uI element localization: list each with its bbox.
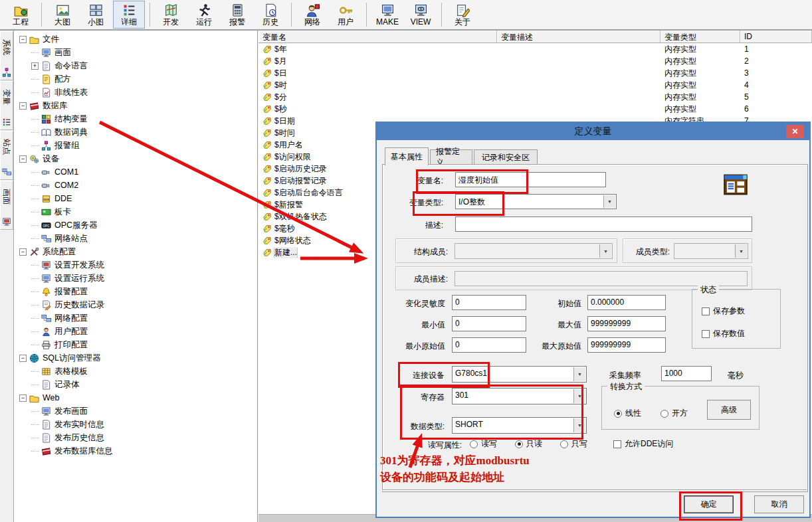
linear-radio[interactable]: 线性 bbox=[614, 408, 641, 419]
cancel-button[interactable]: 取消 bbox=[754, 495, 804, 513]
tree-item-board[interactable]: 板卡 bbox=[14, 205, 257, 218]
tree-item-database[interactable]: −数据库 bbox=[14, 99, 257, 112]
tree-item-print-config[interactable]: 打印配置 bbox=[14, 338, 257, 351]
save-params-checkbox[interactable]: 保存参数 bbox=[702, 305, 745, 317]
collapse-icon[interactable]: − bbox=[19, 102, 27, 110]
tree-item-alarm-group[interactable]: 报警组 bbox=[14, 139, 257, 152]
rw-readwrite-radio[interactable]: 读写 bbox=[470, 438, 497, 450]
tree-item-opc-server[interactable]: OPCOPC服务器 bbox=[14, 218, 257, 232]
toolbar-button-run[interactable]: 运行 bbox=[188, 1, 220, 29]
tree-item-sql-manager[interactable]: −SQL访问管理器 bbox=[14, 351, 257, 365]
toolbar-button-project[interactable]: 工程 bbox=[5, 1, 37, 29]
save-values-checkbox[interactable]: 保存数值 bbox=[702, 328, 745, 339]
rw-writeonly-radio[interactable]: 只写 bbox=[560, 438, 587, 450]
table-row[interactable]: $年内存实型1 bbox=[258, 43, 812, 55]
table-row[interactable]: $秒内存实型6 bbox=[258, 103, 812, 115]
tree-item-dev-system-setting[interactable]: 设置开发系统 bbox=[14, 258, 257, 272]
table-row[interactable]: $分内存实型5 bbox=[258, 91, 812, 103]
toolbar-button-alarm[interactable]: 报警 bbox=[221, 1, 253, 29]
collapse-icon[interactable]: − bbox=[19, 355, 27, 362]
column-header-id[interactable]: ID bbox=[740, 31, 812, 43]
tab-alarm-definition[interactable]: 报警定义 bbox=[430, 149, 472, 165]
tree-item-run-system-setting[interactable]: 设置运行系统 bbox=[14, 272, 257, 285]
min-raw-input[interactable]: 0 bbox=[452, 337, 526, 353]
workspace-tab-variable[interactable]: 变量 bbox=[0, 81, 13, 130]
tree-item-publish-screen[interactable]: 发布画面 bbox=[14, 404, 257, 418]
toolbar-button-view[interactable]: VIEW bbox=[405, 1, 437, 29]
rw-readonly-radio[interactable]: 只读 bbox=[515, 438, 542, 450]
toolbar-button-small-icons[interactable]: 小图 bbox=[80, 1, 112, 29]
sqrt-radio[interactable]: 开方 bbox=[660, 408, 688, 419]
chevron-down-icon[interactable]: ▼ bbox=[573, 418, 585, 432]
min-value-input[interactable]: 0 bbox=[452, 316, 526, 331]
tab-basic-properties[interactable]: 基本属性 bbox=[385, 147, 429, 165]
collapse-icon[interactable]: − bbox=[19, 394, 27, 402]
tree-item-files[interactable]: −文件 bbox=[14, 33, 257, 46]
sensitivity-input[interactable]: 0 bbox=[452, 295, 526, 310]
workspace-tab-station[interactable]: 站点 bbox=[0, 131, 13, 180]
variable-browse-icon[interactable] bbox=[721, 172, 750, 199]
ok-button[interactable]: 确定 bbox=[684, 495, 734, 513]
tree-item-publish-database[interactable]: 发布数据库信息 bbox=[14, 444, 257, 458]
table-row[interactable]: $日内存实型3 bbox=[258, 67, 812, 79]
column-header-type[interactable]: 变量类型 bbox=[660, 31, 740, 43]
max-value-input[interactable]: 999999999 bbox=[587, 316, 666, 331]
tree-item-publish-realtime[interactable]: 发布实时信息 bbox=[14, 418, 257, 431]
tree-item-user-config[interactable]: 用户配置 bbox=[14, 325, 257, 338]
tree-item-alarm-config[interactable]: 报警配置 bbox=[14, 285, 257, 298]
max-raw-input[interactable]: 999999999 bbox=[587, 337, 666, 353]
workspace-tab-screen[interactable]: 画面 bbox=[0, 181, 13, 230]
tree-item-devices[interactable]: −设备 bbox=[14, 152, 257, 165]
register-select[interactable]: 301▼ bbox=[452, 388, 587, 404]
advanced-button[interactable]: 高级 bbox=[707, 400, 751, 420]
toolbar-button-large-icons[interactable]: 大图 bbox=[47, 1, 78, 29]
device-select[interactable]: G780cs1▼ bbox=[452, 366, 587, 383]
tree-item-recipe[interactable]: 配方 bbox=[14, 72, 257, 86]
column-header-name[interactable]: 变量名 bbox=[258, 31, 497, 43]
tree-item-com2[interactable]: COM2 bbox=[14, 179, 257, 192]
toolbar-button-make[interactable]: MAKE bbox=[371, 1, 403, 29]
tree-item-nonlinear-table[interactable]: 非线性表 bbox=[14, 86, 257, 99]
tree-item-publish-history[interactable]: 发布历史信息 bbox=[14, 431, 257, 444]
var-type-select[interactable]: I/O整数▼ bbox=[455, 194, 617, 209]
table-row[interactable]: $时内存实型4 bbox=[258, 79, 812, 91]
initial-value-input[interactable]: 0.000000 bbox=[587, 295, 666, 310]
tree-item-history-record[interactable]: 历史数据记录 bbox=[14, 298, 257, 311]
tree-item-record-body[interactable]: 记录体 bbox=[14, 378, 257, 391]
tree-item-network-station[interactable]: 网络站点 bbox=[14, 232, 257, 245]
variable-tab-icon bbox=[2, 107, 11, 127]
collapse-icon[interactable]: − bbox=[19, 36, 27, 43]
toolbar-button-network[interactable]: 网络 bbox=[296, 1, 328, 29]
chevron-down-icon[interactable]: ▼ bbox=[573, 367, 585, 381]
var-name-input[interactable]: 湿度初始值 bbox=[455, 172, 606, 187]
collapse-icon[interactable]: − bbox=[19, 155, 27, 163]
column-header-description[interactable]: 变量描述 bbox=[497, 31, 660, 43]
allow-dde-checkbox[interactable]: 允许DDE访问 bbox=[613, 438, 673, 450]
chevron-down-icon[interactable]: ▼ bbox=[603, 195, 615, 208]
toolbar-button-about[interactable]: 关于 bbox=[447, 1, 478, 29]
freq-input[interactable]: 1000 bbox=[661, 366, 712, 381]
description-input[interactable] bbox=[455, 217, 752, 232]
tree-item-table-template[interactable]: 表格模板 bbox=[14, 365, 257, 378]
toolbar-button-details[interactable]: 详细 bbox=[113, 1, 145, 29]
datatype-select[interactable]: SHORT▼ bbox=[452, 417, 587, 434]
tab-record-security[interactable]: 记录和安全区 bbox=[474, 149, 538, 165]
tree-item-web[interactable]: −Web bbox=[14, 391, 257, 404]
close-icon[interactable]: ✕ bbox=[786, 125, 804, 138]
toolbar-button-history[interactable]: 历史 bbox=[254, 1, 286, 29]
toolbar-button-user[interactable]: 用户 bbox=[330, 1, 361, 29]
toolbar-button-develop[interactable]: 开发 bbox=[155, 1, 187, 29]
chevron-down-icon[interactable]: ▼ bbox=[573, 389, 585, 403]
tree-item-data-dictionary[interactable]: 数据词典 bbox=[14, 126, 257, 139]
table-row[interactable]: $月内存实型2 bbox=[258, 55, 812, 67]
workspace-tab-system[interactable]: 系统 bbox=[0, 31, 13, 80]
tree-item-dde[interactable]: DDEDDE bbox=[14, 192, 257, 205]
expand-icon[interactable]: + bbox=[31, 62, 39, 70]
collapse-icon[interactable]: − bbox=[19, 248, 27, 256]
tree-item-screens[interactable]: 画面 bbox=[14, 46, 257, 59]
tree-item-network-config[interactable]: 网络配置 bbox=[14, 311, 257, 325]
tree-item-struct-variable[interactable]: 结构变量 bbox=[14, 112, 257, 126]
tree-item-system-config[interactable]: −系统配置 bbox=[14, 245, 257, 258]
tree-item-command-language[interactable]: +命令语言 bbox=[14, 59, 257, 72]
tree-item-com1[interactable]: COM1 bbox=[14, 165, 257, 179]
